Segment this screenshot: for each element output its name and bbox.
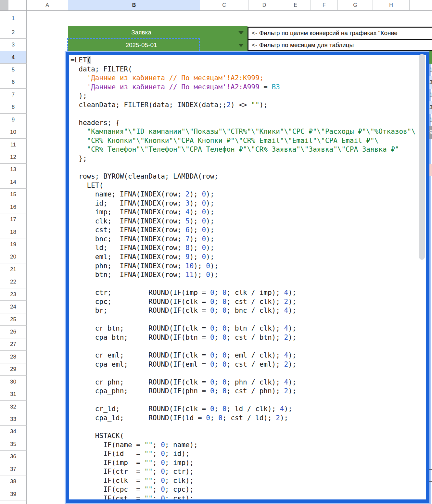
formula-line: rows; BYROW(cleanData; LAMBDA(row;: [70, 172, 426, 181]
formula-line: cpc; ROUND(IF(clk = 0; 0; cst / clk); 2)…: [70, 297, 426, 307]
formula-line: cr_btn; ROUND(IF(clk = 0; 0; btn / clk);…: [70, 324, 426, 333]
row-header-24[interactable]: 24: [0, 301, 27, 313]
row-header-31[interactable]: 31: [0, 388, 27, 400]
row-header-39[interactable]: 39: [0, 488, 27, 500]
column-header-B[interactable]: B: [68, 0, 200, 11]
sliver-cell: 1: [429, 89, 432, 101]
column-header-G[interactable]: G: [338, 0, 373, 11]
formula-line: "Кампания"\"ID кампании"\"Показы"\"CTR%"…: [70, 127, 426, 136]
row-header-11[interactable]: 11: [0, 139, 27, 151]
column-header-E[interactable]: E: [280, 0, 311, 11]
formula-line: headers; {: [70, 119, 426, 128]
row-header-9[interactable]: 9: [0, 114, 27, 126]
goal-filter-value: Заявка: [131, 29, 151, 36]
month-note-text: <- Фильтр по месяцам для таблицы: [252, 40, 432, 51]
row-header-15[interactable]: 15: [0, 189, 27, 201]
row-header-36[interactable]: 36: [0, 451, 27, 463]
column-header-H[interactable]: H: [373, 0, 410, 11]
row-header-1[interactable]: 1: [0, 11, 27, 26]
formula-line: 'Данные из кабинета // По месяцам'!A2:K9…: [70, 74, 426, 83]
formula-line: cr_ld; ROUND(IF(clk = 0; 0; ld / clk); 4…: [70, 405, 426, 414]
formula-line: [70, 342, 426, 351]
row-header-20[interactable]: 20: [0, 251, 27, 263]
row-header-25[interactable]: 25: [0, 313, 27, 326]
row-header-33[interactable]: 33: [0, 413, 27, 425]
sliver-cell: [429, 51, 432, 64]
row-header-6[interactable]: 6: [0, 76, 27, 89]
sliver-mark: [429, 481, 432, 482]
formula-line: [70, 163, 426, 172]
row-header-21[interactable]: 21: [0, 263, 27, 276]
row-header-26[interactable]: 26: [0, 326, 27, 338]
copy-marquee: [67, 38, 200, 51]
row-header-30[interactable]: 30: [0, 376, 27, 388]
formula-line: IF(cst = ""; 0; cst);: [70, 494, 426, 499]
formula-line: cleanData; FILTER(data; INDEX(data;;2) <…: [70, 101, 426, 110]
row-header-7[interactable]: 7: [0, 89, 27, 101]
row-header-4[interactable]: 4: [0, 51, 27, 64]
formula-line: cpa_eml; ROUND(IF(eml = 0; 0; cst / eml)…: [70, 360, 426, 369]
row-header-40[interactable]: [0, 500, 27, 504]
formula-line: [70, 280, 426, 289]
row-header-10[interactable]: 10: [0, 126, 27, 138]
row-header-2[interactable]: 2: [0, 26, 27, 39]
formula-line: IF(name = ""; 0; name);: [70, 441, 426, 450]
column-header-A[interactable]: A: [27, 0, 68, 11]
formula-line: phn; IFNA(INDEX(row; 10); 0);: [70, 262, 426, 271]
row-header-23[interactable]: 23: [0, 288, 27, 301]
formula-line: cst; IFNA(INDEX(row; 6); 0);: [70, 226, 426, 235]
formula-line: [70, 315, 426, 324]
formula-line: btn; IFNA(INDEX(row; 11); 0);: [70, 271, 426, 280]
formula-line: ld; IFNA(INDEX(row; 8); 0);: [70, 244, 426, 253]
row-header-32[interactable]: 32: [0, 401, 27, 413]
goal-filter-cell[interactable]: Заявка: [68, 26, 214, 39]
row-header-37[interactable]: 37: [0, 463, 27, 475]
chevron-down-icon[interactable]: [238, 31, 244, 34]
row-header-18[interactable]: 18: [0, 226, 27, 238]
row-header-8[interactable]: 8: [0, 101, 27, 114]
column-header-D[interactable]: D: [248, 0, 280, 11]
formula-editor-content[interactable]: =LET( data; FILTER( 'Данные из кабинета …: [69, 55, 426, 499]
row-header-27[interactable]: 27: [0, 338, 27, 351]
row-header-34[interactable]: 34: [0, 426, 27, 438]
goal-note-text: <- Фильтр по целям конверсий на графиках…: [252, 27, 432, 39]
formula-line: IF(imp = ""; 0; imp);: [70, 459, 426, 468]
row-header-35[interactable]: 35: [0, 438, 27, 450]
editor-scrollbar-thumb[interactable]: [419, 54, 425, 260]
column-header-partial[interactable]: [410, 0, 432, 11]
formula-line: imp; IFNA(INDEX(row; 4); 0);: [70, 208, 426, 217]
column-header-C[interactable]: C: [200, 0, 248, 11]
chevron-down-icon[interactable]: [238, 44, 244, 47]
row-header-19[interactable]: 19: [0, 238, 27, 251]
formula-line: bnc; IFNA(INDEX(row; 7); 0);: [70, 235, 426, 244]
row-header-3[interactable]: 3: [0, 39, 27, 51]
formula-line: eml; IFNA(INDEX(row; 9); 0);: [70, 253, 426, 262]
sliver-cell: 9: [429, 126, 432, 138]
row-header-38[interactable]: 38: [0, 475, 27, 488]
column-header-F[interactable]: F: [311, 0, 338, 11]
formula-line: };: [70, 154, 426, 163]
formula-line: 'Данные из кабинета // По месяцам'!A2:A9…: [70, 83, 426, 92]
formula-line: IF(ctr = ""; 0; ctr);: [70, 467, 426, 476]
formula-line: clk; IFNA(INDEX(row; 5); 0);: [70, 217, 426, 226]
row-header-22[interactable]: 22: [0, 276, 27, 288]
row-header-16[interactable]: 16: [0, 201, 27, 213]
formula-line: );: [70, 92, 426, 101]
spreadsheet-app: Заявка 2025-05-01 <- Фильтр по целям кон…: [0, 0, 432, 504]
formula-line: data; FILTER(: [70, 65, 426, 74]
sliver-mark: [429, 469, 432, 470]
formula-line: cpa_btn; ROUND(IF(btn = 0; 0; cst / btn)…: [70, 333, 426, 342]
formula-line: [70, 396, 426, 405]
row-header-12[interactable]: 12: [0, 151, 27, 163]
sliver-cell: 1: [429, 64, 432, 76]
row-header-13[interactable]: 13: [0, 164, 27, 176]
sliver-cell: 1: [429, 114, 432, 126]
formula-line: =LET(: [70, 56, 426, 65]
row-header-28[interactable]: 28: [0, 351, 27, 363]
row-header-14[interactable]: 14: [0, 176, 27, 188]
row-header-17[interactable]: 17: [0, 213, 27, 226]
formula-line: name; IFNA(INDEX(row; 2); 0);: [70, 190, 426, 199]
select-all-corner[interactable]: [0, 0, 27, 11]
row-header-29[interactable]: 29: [0, 363, 27, 376]
row-header-5[interactable]: 5: [0, 64, 27, 76]
